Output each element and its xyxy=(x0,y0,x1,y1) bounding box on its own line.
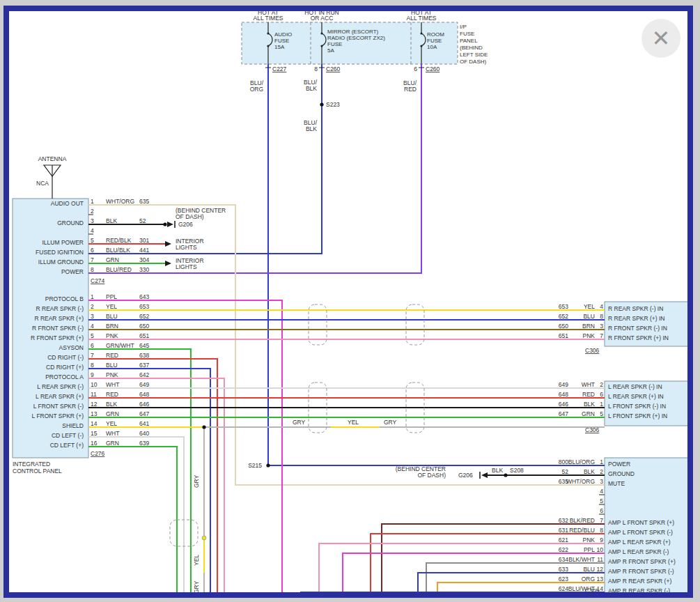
pin-label: AMP L REAR SPKR (-) xyxy=(608,548,669,555)
circuit-number: 638 xyxy=(139,352,149,359)
circuit-number: 646 xyxy=(559,401,568,408)
shield-label: YEL xyxy=(193,555,200,566)
circuit-number: 647 xyxy=(139,410,149,417)
wire-color-label: GRN xyxy=(106,440,119,447)
pin-label: GROUND xyxy=(608,470,635,477)
pin-label: ILLUM POWER xyxy=(42,239,84,246)
circuit-number: 632 xyxy=(559,517,568,524)
circuit-number: 652 xyxy=(559,313,568,320)
pin-number: 9 xyxy=(91,371,94,378)
pin-label: L REAR SPKR (+) xyxy=(36,393,84,400)
connector-label: C305 xyxy=(585,587,600,594)
pin-label: AUDIO OUT xyxy=(51,200,84,207)
splice-label: S223 xyxy=(326,101,340,108)
fuse-name: 15A xyxy=(274,44,285,50)
pin-label: AMP R REAR SPKR (-) xyxy=(608,587,670,594)
pin-label: L REAR SPKR (-) xyxy=(37,383,84,390)
wire-color-label: BLK xyxy=(306,85,317,92)
close-button[interactable]: ✕ xyxy=(641,19,680,58)
wire-color-label: BLK xyxy=(106,217,117,224)
connector-label: C227 xyxy=(272,65,287,72)
wire-color-label: RED xyxy=(582,391,595,398)
fuse-name: 10A xyxy=(427,44,437,50)
wire-color-label: BLK xyxy=(584,468,595,475)
block-caption: CONTROL PANEL xyxy=(13,468,62,474)
pin-number: 3 xyxy=(600,323,603,330)
wire-color-label: GRN xyxy=(106,256,119,263)
fuse-panel-label: I/P xyxy=(460,24,467,30)
pin-number: 1 xyxy=(600,458,603,465)
wire-color-label: ORG xyxy=(582,576,595,582)
fuse-name: 5A xyxy=(327,47,334,54)
fuse-name: FUSE xyxy=(427,38,442,44)
pin-number: 13 xyxy=(597,576,604,582)
wire xyxy=(301,592,605,596)
wiring-diagram: HOT ATALL TIMESHOT IN RUNOR ACCHOT ATALL… xyxy=(0,0,700,602)
pin-label: L REAR SPKR (+) IN xyxy=(608,393,664,400)
wire-blu-org xyxy=(268,64,605,465)
circuit-number: 650 xyxy=(559,323,568,330)
fuse-terminal xyxy=(267,32,269,34)
pin-label: L FRONT SPKR (+) xyxy=(32,412,84,419)
fuse-name: FUSE xyxy=(274,38,289,44)
pin-number: 2 xyxy=(91,208,94,215)
pin-number: 13 xyxy=(91,410,98,417)
pin-number: 7 xyxy=(91,256,94,263)
splice-label: S215 xyxy=(248,462,262,469)
pin-number: 6 xyxy=(600,391,603,398)
wire xyxy=(88,447,177,596)
destination-label: LIGHTS xyxy=(176,263,197,270)
pin-number: 8 xyxy=(600,313,603,320)
antenna-label: ANTENNA xyxy=(38,155,67,162)
circuit-number: 621 xyxy=(559,537,568,543)
pin-number: 14 xyxy=(91,420,98,427)
wire-color-label: BLU xyxy=(583,313,595,320)
pin-number: 3 xyxy=(600,478,603,485)
hot-label: ALL TIMES xyxy=(407,15,437,22)
splice-dot xyxy=(266,463,270,467)
pin-label: AMP L REAR SPKR (+) xyxy=(608,539,671,546)
pin-label: PROTOCOL B xyxy=(45,295,84,302)
pin-number: 8 xyxy=(314,65,318,72)
circuit-number: 647 xyxy=(559,410,568,417)
circuit-number: 634 xyxy=(559,556,568,563)
pin-number: 7 xyxy=(600,517,603,524)
wire-color-label: ORG xyxy=(250,86,263,93)
connector-label: C276 xyxy=(91,450,105,457)
wire-blu-red xyxy=(88,64,421,273)
wire-color-label: BLU xyxy=(583,566,595,573)
pin-label: ILLUM GROUND xyxy=(38,258,84,265)
wire-color-label: PPL xyxy=(106,293,117,300)
pin-label: R FRONT SPKR (+) IN xyxy=(608,334,669,341)
circuit-number: 653 xyxy=(559,303,568,310)
arrow-icon xyxy=(167,222,173,227)
pin-label: R REAR SPKR (-) IN xyxy=(608,305,663,312)
circuit-number: 648 xyxy=(559,391,568,398)
pin-label: POWER xyxy=(608,461,630,468)
wire-color-label: BLU xyxy=(106,362,118,369)
wire-color-label: BLK xyxy=(306,125,317,132)
circuit-number: 631 xyxy=(559,527,568,534)
pin-number: 10 xyxy=(597,546,604,553)
fuse-terminal xyxy=(420,32,422,34)
pin-label: L REAR SPKR (-) IN xyxy=(608,383,662,390)
pin-number: 3 xyxy=(91,313,94,320)
wire-color-label: BLU xyxy=(106,313,118,320)
circuit-number: 441 xyxy=(139,247,149,254)
wire-color-label: WHT/ORG xyxy=(566,478,595,485)
shield-label: GRY xyxy=(293,419,306,426)
connector-label: C306 xyxy=(585,347,600,354)
wire-color-label: PNK xyxy=(583,537,596,543)
pin-label: R REAR SPKR (+) IN xyxy=(608,315,664,322)
destination-label: LIGHTS xyxy=(176,244,197,251)
wire-color-label: RED xyxy=(106,352,118,359)
shield-label: GRY xyxy=(193,580,200,594)
note: OF DASH) xyxy=(176,213,204,220)
wire-color-label: YEL xyxy=(584,303,595,310)
pin-number: 3 xyxy=(91,217,94,224)
circuit-number: 800 xyxy=(559,458,568,465)
wire-color-label: PNK xyxy=(583,332,596,339)
fuse-panel-label: OF DASH) xyxy=(460,59,487,65)
pin-label: SHIELD xyxy=(62,422,84,429)
wire-color-label: RED/BLU xyxy=(569,527,595,534)
